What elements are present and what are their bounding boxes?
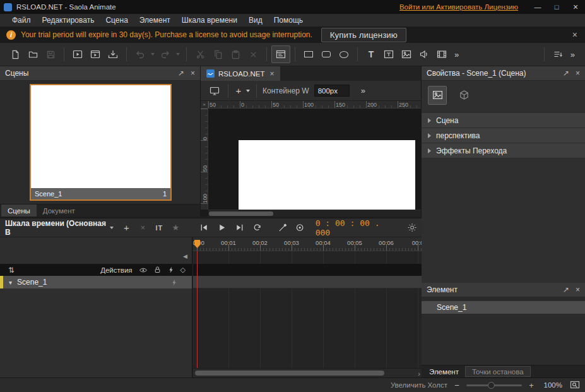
favorite-timeline-button[interactable]: ★ bbox=[170, 221, 180, 235]
timeline-scene-track[interactable] bbox=[193, 276, 422, 288]
fit-canvas-button[interactable] bbox=[570, 380, 580, 390]
menu-scene[interactable]: Сцена bbox=[100, 14, 133, 27]
undo-button[interactable] bbox=[131, 45, 149, 63]
responsive-layout-button[interactable] bbox=[206, 82, 223, 100]
scenes-panel-maximize-icon[interactable]: ↗ bbox=[178, 69, 184, 78]
rounded-rectangle-tool-button[interactable] bbox=[317, 45, 335, 63]
timeline-ruler[interactable]: 00:00 00:01 00:02 00:03 00:04 00:05 00:0… bbox=[193, 237, 422, 251]
close-button[interactable]: × bbox=[566, 0, 585, 14]
row-bolt-icon[interactable] bbox=[170, 278, 178, 287]
properties-panel-maximize-icon[interactable]: ↗ bbox=[563, 69, 569, 78]
save-project-button[interactable] bbox=[42, 45, 59, 63]
video-tool-button[interactable] bbox=[433, 45, 451, 63]
tab-document[interactable]: Документ bbox=[37, 205, 81, 217]
copy-button[interactable] bbox=[209, 45, 227, 63]
trial-close-icon[interactable]: × bbox=[572, 30, 577, 40]
visibility-eye-icon[interactable] bbox=[139, 266, 148, 275]
element-list-item[interactable]: Scene_1 bbox=[422, 301, 585, 314]
document-toolbar-more-button[interactable]: » bbox=[357, 86, 369, 95]
menu-timeline[interactable]: Шкала времени bbox=[176, 14, 243, 27]
preview-project-button[interactable] bbox=[86, 45, 104, 63]
redo-button[interactable] bbox=[157, 45, 174, 63]
insert-time-button[interactable]: IT bbox=[154, 221, 164, 235]
scrollbar-thumb[interactable] bbox=[195, 371, 384, 376]
remove-timeline-button[interactable]: × bbox=[138, 221, 148, 235]
edit-velocity-button[interactable] bbox=[278, 223, 287, 232]
scrollbar-thumb[interactable] bbox=[209, 211, 273, 216]
more-tools-button[interactable]: » bbox=[451, 50, 463, 59]
buy-license-button[interactable]: Купить лицензию bbox=[321, 28, 406, 42]
redo-dropdown-button[interactable] bbox=[174, 45, 182, 63]
add-element-button[interactable]: + bbox=[233, 82, 244, 100]
ellipse-tool-button[interactable] bbox=[335, 45, 353, 63]
container-width-input[interactable] bbox=[314, 85, 350, 97]
delete-button[interactable] bbox=[244, 45, 262, 63]
bolt-icon[interactable] bbox=[167, 266, 175, 274]
play-button[interactable] bbox=[217, 223, 227, 232]
auto-keyframe-button[interactable] bbox=[408, 223, 417, 232]
timeline-horizontal-scrollbar[interactable]: › bbox=[193, 368, 422, 377]
text-tool-button[interactable]: T bbox=[362, 45, 380, 63]
jump-updown-icon[interactable]: ⇅ bbox=[8, 266, 15, 275]
more-right-button[interactable]: » bbox=[567, 50, 579, 59]
menu-view[interactable]: Вид bbox=[243, 14, 268, 27]
activate-license-link[interactable]: Войти или Активировать Лицензию bbox=[399, 3, 518, 11]
go-to-start-button[interactable] bbox=[199, 223, 209, 232]
cut-button[interactable] bbox=[191, 45, 209, 63]
properties-panel: Свойства - Scene_1 (Сцена) ↗ × Сцена пер… bbox=[422, 66, 585, 283]
go-to-end-button[interactable] bbox=[235, 223, 244, 232]
maximize-button[interactable]: □ bbox=[547, 0, 566, 14]
menu-help[interactable]: Помощь bbox=[268, 14, 309, 27]
arrange-menu-button[interactable] bbox=[549, 45, 567, 63]
document-tab-close-icon[interactable]: × bbox=[270, 69, 275, 78]
menu-edit[interactable]: Редактировать bbox=[37, 14, 100, 27]
rectangle-tool-button[interactable] bbox=[300, 45, 317, 63]
add-timeline-button[interactable]: + bbox=[121, 221, 131, 235]
menu-element[interactable]: Элемент bbox=[134, 14, 176, 27]
loop-playback-button[interactable] bbox=[252, 223, 262, 232]
new-document-button[interactable] bbox=[6, 45, 24, 63]
menu-file[interactable]: Файл bbox=[6, 14, 37, 27]
record-button[interactable] bbox=[295, 223, 304, 232]
canvas[interactable] bbox=[239, 140, 415, 210]
section-scene[interactable]: Сцена bbox=[422, 113, 585, 128]
ruler-label: 200 bbox=[367, 102, 377, 108]
keyframe-diamond-icon[interactable]: ◇ bbox=[180, 266, 186, 274]
zoom-slider-thumb[interactable] bbox=[488, 382, 495, 389]
scroll-right-icon[interactable]: › bbox=[418, 369, 420, 378]
scene-properties-tab[interactable] bbox=[428, 86, 447, 105]
timeline-scene-row[interactable]: ▾ Scene_1 bbox=[0, 276, 192, 288]
element-panel-close-icon[interactable]: × bbox=[576, 285, 580, 294]
element-panel-maximize-icon[interactable]: ↗ bbox=[563, 285, 569, 294]
element-properties-tab[interactable] bbox=[454, 86, 473, 105]
toolbar-separator bbox=[266, 47, 267, 61]
document-horizontal-scrollbar[interactable] bbox=[208, 210, 421, 217]
zoom-out-button[interactable]: − bbox=[452, 381, 461, 390]
timeline-select-dropdown[interactable] bbox=[108, 219, 115, 237]
scenes-panel-close-icon[interactable]: × bbox=[191, 69, 195, 78]
lock-icon[interactable] bbox=[153, 266, 162, 274]
undo-dropdown-button[interactable] bbox=[149, 45, 157, 63]
section-transition-effects[interactable]: Эффекты Перехода bbox=[422, 143, 585, 158]
tab-element[interactable]: Элемент bbox=[423, 365, 465, 377]
audio-tool-button[interactable] bbox=[415, 45, 433, 63]
insert-scene-button[interactable] bbox=[271, 45, 290, 63]
tab-breakpoints[interactable]: Точки останова bbox=[465, 366, 531, 377]
expand-triangle-icon[interactable]: ▾ bbox=[9, 279, 12, 286]
scene-thumbnail[interactable]: Scene_1 1 bbox=[30, 84, 172, 201]
text-box-tool-button[interactable] bbox=[380, 45, 398, 63]
minimize-button[interactable]: — bbox=[528, 0, 547, 14]
document-tab[interactable]: RSLOAD.NET × bbox=[201, 66, 280, 81]
image-tool-button[interactable] bbox=[398, 45, 415, 63]
paste-button[interactable] bbox=[227, 45, 244, 63]
open-project-button[interactable] bbox=[24, 45, 42, 63]
export-button[interactable] bbox=[104, 45, 122, 63]
zoom-slider[interactable] bbox=[466, 384, 522, 386]
collapse-left-icon[interactable]: ◀ bbox=[183, 253, 187, 259]
preview-scene-button[interactable] bbox=[69, 45, 86, 63]
zoom-in-button[interactable]: + bbox=[527, 381, 536, 390]
properties-panel-close-icon[interactable]: × bbox=[576, 69, 580, 78]
tab-scenes[interactable]: Сцены bbox=[1, 205, 37, 217]
add-element-dropdown-button[interactable] bbox=[244, 82, 252, 100]
section-perspective[interactable]: перспектива bbox=[422, 128, 585, 143]
